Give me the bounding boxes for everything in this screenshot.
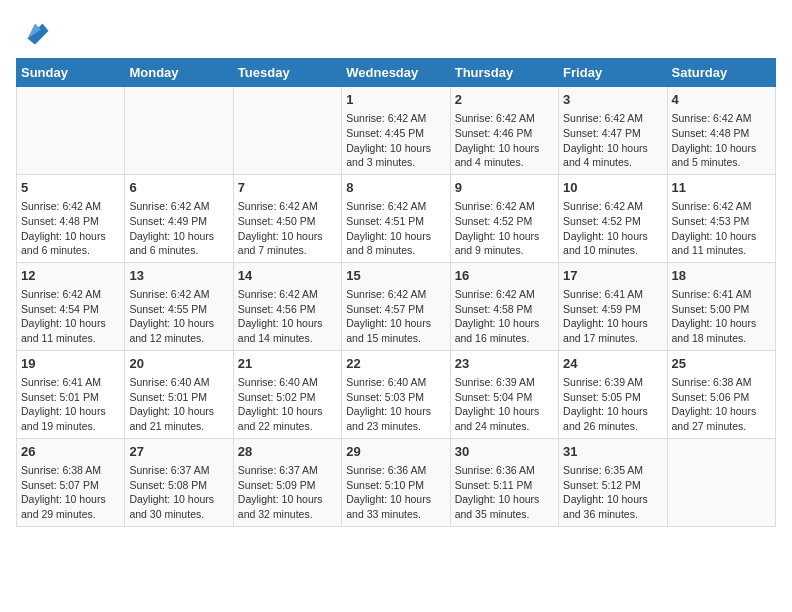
day-info: Sunset: 5:07 PM: [21, 478, 120, 493]
day-info: Daylight: 10 hours: [129, 404, 228, 419]
day-info: Sunset: 4:55 PM: [129, 302, 228, 317]
day-number: 4: [672, 91, 771, 109]
calendar-day-cell: 6Sunrise: 6:42 AMSunset: 4:49 PMDaylight…: [125, 174, 233, 262]
day-info: Sunset: 4:48 PM: [21, 214, 120, 229]
day-info: Daylight: 10 hours: [129, 492, 228, 507]
day-info: Sunrise: 6:41 AM: [672, 287, 771, 302]
day-info: Sunset: 4:57 PM: [346, 302, 445, 317]
day-info: Sunrise: 6:42 AM: [21, 199, 120, 214]
day-info: Daylight: 10 hours: [346, 141, 445, 156]
day-info: and 26 minutes.: [563, 419, 662, 434]
calendar-table: SundayMondayTuesdayWednesdayThursdayFrid…: [16, 58, 776, 527]
day-info: and 7 minutes.: [238, 243, 337, 258]
day-info: Daylight: 10 hours: [21, 404, 120, 419]
day-info: Daylight: 10 hours: [238, 404, 337, 419]
day-info: and 5 minutes.: [672, 155, 771, 170]
day-info: and 3 minutes.: [346, 155, 445, 170]
calendar-week-row: 12Sunrise: 6:42 AMSunset: 4:54 PMDayligh…: [17, 262, 776, 350]
calendar-day-cell: 19Sunrise: 6:41 AMSunset: 5:01 PMDayligh…: [17, 350, 125, 438]
day-info: Daylight: 10 hours: [21, 229, 120, 244]
day-info: Sunset: 5:00 PM: [672, 302, 771, 317]
day-info: Sunset: 5:04 PM: [455, 390, 554, 405]
day-number: 16: [455, 267, 554, 285]
day-info: and 21 minutes.: [129, 419, 228, 434]
calendar-day-cell: 30Sunrise: 6:36 AMSunset: 5:11 PMDayligh…: [450, 438, 558, 526]
day-info: and 10 minutes.: [563, 243, 662, 258]
day-info: Sunset: 5:09 PM: [238, 478, 337, 493]
day-info: Sunrise: 6:42 AM: [672, 111, 771, 126]
day-info: Daylight: 10 hours: [21, 492, 120, 507]
day-info: Sunset: 4:52 PM: [455, 214, 554, 229]
day-info: Sunset: 5:01 PM: [21, 390, 120, 405]
day-info: Daylight: 10 hours: [563, 229, 662, 244]
weekday-header-saturday: Saturday: [667, 59, 775, 87]
calendar-day-cell: 15Sunrise: 6:42 AMSunset: 4:57 PMDayligh…: [342, 262, 450, 350]
day-number: 22: [346, 355, 445, 373]
day-info: Sunrise: 6:42 AM: [238, 287, 337, 302]
day-info: and 23 minutes.: [346, 419, 445, 434]
day-info: and 19 minutes.: [21, 419, 120, 434]
day-info: Sunrise: 6:42 AM: [563, 111, 662, 126]
day-info: and 11 minutes.: [672, 243, 771, 258]
day-info: Sunset: 4:53 PM: [672, 214, 771, 229]
calendar-day-cell: 3Sunrise: 6:42 AMSunset: 4:47 PMDaylight…: [559, 87, 667, 175]
day-number: 25: [672, 355, 771, 373]
day-info: and 16 minutes.: [455, 331, 554, 346]
calendar-week-row: 26Sunrise: 6:38 AMSunset: 5:07 PMDayligh…: [17, 438, 776, 526]
calendar-day-cell: 4Sunrise: 6:42 AMSunset: 4:48 PMDaylight…: [667, 87, 775, 175]
calendar-day-cell: 27Sunrise: 6:37 AMSunset: 5:08 PMDayligh…: [125, 438, 233, 526]
day-info: Sunrise: 6:38 AM: [21, 463, 120, 478]
day-info: Sunset: 4:51 PM: [346, 214, 445, 229]
day-info: Daylight: 10 hours: [346, 316, 445, 331]
calendar-day-cell: 29Sunrise: 6:36 AMSunset: 5:10 PMDayligh…: [342, 438, 450, 526]
day-info: Sunrise: 6:41 AM: [563, 287, 662, 302]
calendar-day-cell: 16Sunrise: 6:42 AMSunset: 4:58 PMDayligh…: [450, 262, 558, 350]
calendar-day-cell: 20Sunrise: 6:40 AMSunset: 5:01 PMDayligh…: [125, 350, 233, 438]
day-info: Sunset: 4:52 PM: [563, 214, 662, 229]
day-info: Sunrise: 6:40 AM: [129, 375, 228, 390]
day-info: and 33 minutes.: [346, 507, 445, 522]
day-info: Sunrise: 6:42 AM: [455, 111, 554, 126]
calendar-week-row: 5Sunrise: 6:42 AMSunset: 4:48 PMDaylight…: [17, 174, 776, 262]
day-info: Sunset: 5:08 PM: [129, 478, 228, 493]
day-info: and 9 minutes.: [455, 243, 554, 258]
day-number: 23: [455, 355, 554, 373]
day-info: Sunrise: 6:40 AM: [238, 375, 337, 390]
calendar-day-cell: 1Sunrise: 6:42 AMSunset: 4:45 PMDaylight…: [342, 87, 450, 175]
day-info: and 35 minutes.: [455, 507, 554, 522]
day-info: Sunset: 4:47 PM: [563, 126, 662, 141]
day-number: 20: [129, 355, 228, 373]
day-info: Sunset: 5:02 PM: [238, 390, 337, 405]
day-number: 10: [563, 179, 662, 197]
day-info: Daylight: 10 hours: [672, 229, 771, 244]
day-number: 24: [563, 355, 662, 373]
day-info: Daylight: 10 hours: [21, 316, 120, 331]
day-number: 9: [455, 179, 554, 197]
day-number: 1: [346, 91, 445, 109]
day-info: and 6 minutes.: [21, 243, 120, 258]
calendar-day-cell: 8Sunrise: 6:42 AMSunset: 4:51 PMDaylight…: [342, 174, 450, 262]
page-header: [16, 16, 776, 46]
day-number: 8: [346, 179, 445, 197]
day-info: and 18 minutes.: [672, 331, 771, 346]
day-info: Daylight: 10 hours: [455, 229, 554, 244]
day-info: Daylight: 10 hours: [346, 492, 445, 507]
day-info: Daylight: 10 hours: [563, 492, 662, 507]
day-info: and 8 minutes.: [346, 243, 445, 258]
day-info: Sunset: 5:03 PM: [346, 390, 445, 405]
day-info: and 4 minutes.: [563, 155, 662, 170]
day-info: and 27 minutes.: [672, 419, 771, 434]
calendar-day-cell: [125, 87, 233, 175]
calendar-day-cell: 14Sunrise: 6:42 AMSunset: 4:56 PMDayligh…: [233, 262, 341, 350]
day-info: Daylight: 10 hours: [455, 492, 554, 507]
day-info: Sunrise: 6:42 AM: [346, 287, 445, 302]
day-info: Sunrise: 6:37 AM: [129, 463, 228, 478]
calendar-week-row: 1Sunrise: 6:42 AMSunset: 4:45 PMDaylight…: [17, 87, 776, 175]
day-info: Daylight: 10 hours: [563, 404, 662, 419]
calendar-day-cell: 5Sunrise: 6:42 AMSunset: 4:48 PMDaylight…: [17, 174, 125, 262]
day-info: Sunrise: 6:35 AM: [563, 463, 662, 478]
calendar-day-cell: 28Sunrise: 6:37 AMSunset: 5:09 PMDayligh…: [233, 438, 341, 526]
day-info: and 12 minutes.: [129, 331, 228, 346]
day-info: and 36 minutes.: [563, 507, 662, 522]
calendar-day-cell: [233, 87, 341, 175]
